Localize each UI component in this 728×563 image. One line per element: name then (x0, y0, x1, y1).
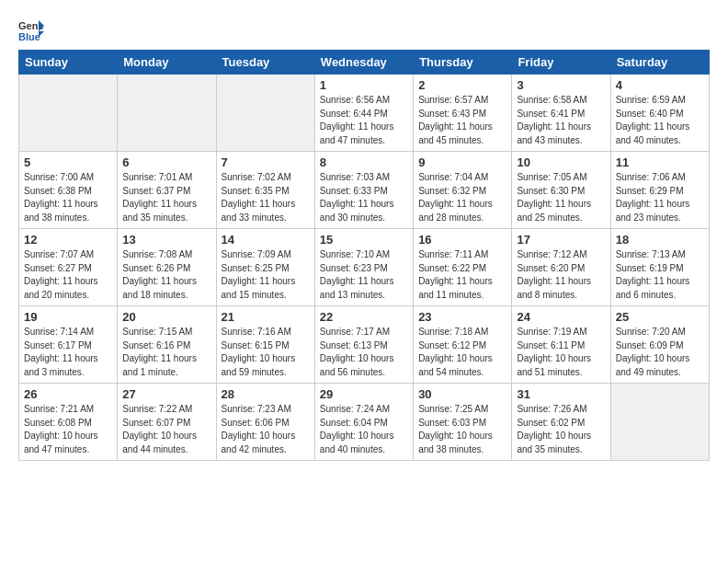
day-info: Sunrise: 7:07 AM Sunset: 6:27 PM Dayligh… (24, 248, 112, 302)
calendar-weekday-wednesday: Wednesday (314, 51, 413, 75)
day-number: 13 (122, 233, 210, 247)
calendar-day-cell (118, 75, 216, 152)
day-info: Sunrise: 7:11 AM Sunset: 6:22 PM Dayligh… (418, 248, 506, 302)
day-number: 29 (320, 387, 408, 401)
day-number: 4 (616, 78, 704, 92)
day-number: 28 (222, 387, 310, 401)
day-info: Sunrise: 6:57 AM Sunset: 6:43 PM Dayligh… (418, 94, 506, 147)
page-container: General Blue SundayMondayTuesdayWednesda… (0, 0, 728, 470)
day-info: Sunrise: 6:56 AM Sunset: 6:44 PM Dayligh… (320, 94, 408, 147)
calendar-table: SundayMondayTuesdayWednesdayThursdayFrid… (18, 50, 710, 461)
calendar-day-cell: 28Sunrise: 7:23 AM Sunset: 6:06 PM Dayli… (216, 384, 314, 461)
calendar-week-row: 5Sunrise: 7:00 AM Sunset: 6:38 PM Daylig… (19, 152, 710, 229)
calendar-day-cell: 11Sunrise: 7:06 AM Sunset: 6:29 PM Dayli… (610, 152, 709, 229)
day-number: 5 (24, 155, 112, 169)
calendar-day-cell: 4Sunrise: 6:59 AM Sunset: 6:40 PM Daylig… (610, 75, 709, 152)
day-info: Sunrise: 7:23 AM Sunset: 6:06 PM Dayligh… (222, 403, 310, 456)
calendar-day-cell: 26Sunrise: 7:21 AM Sunset: 6:08 PM Dayli… (19, 384, 118, 461)
calendar-day-cell: 5Sunrise: 7:00 AM Sunset: 6:38 PM Daylig… (19, 152, 118, 229)
calendar-day-cell: 9Sunrise: 7:04 AM Sunset: 6:32 PM Daylig… (414, 152, 512, 229)
calendar-weekday-saturday: Saturday (610, 51, 709, 75)
calendar-day-cell: 3Sunrise: 6:58 AM Sunset: 6:41 PM Daylig… (512, 75, 610, 152)
day-info: Sunrise: 7:22 AM Sunset: 6:07 PM Dayligh… (122, 403, 210, 456)
day-info: Sunrise: 7:21 AM Sunset: 6:08 PM Dayligh… (24, 403, 112, 456)
calendar-day-cell: 19Sunrise: 7:14 AM Sunset: 6:17 PM Dayli… (19, 306, 118, 384)
day-info: Sunrise: 7:10 AM Sunset: 6:23 PM Dayligh… (320, 248, 408, 302)
calendar-day-cell: 27Sunrise: 7:22 AM Sunset: 6:07 PM Dayli… (118, 384, 216, 461)
day-number: 3 (517, 78, 605, 92)
day-number: 25 (616, 310, 704, 324)
calendar-day-cell (19, 75, 118, 152)
calendar-day-cell: 25Sunrise: 7:20 AM Sunset: 6:09 PM Dayli… (610, 306, 709, 384)
day-info: Sunrise: 7:19 AM Sunset: 6:11 PM Dayligh… (517, 326, 605, 379)
day-number: 7 (222, 155, 310, 169)
calendar-weekday-sunday: Sunday (19, 51, 118, 75)
day-info: Sunrise: 7:12 AM Sunset: 6:20 PM Dayligh… (517, 248, 605, 302)
day-number: 2 (418, 78, 506, 92)
header: General Blue (18, 17, 710, 42)
calendar-day-cell: 22Sunrise: 7:17 AM Sunset: 6:13 PM Dayli… (314, 306, 413, 384)
calendar-day-cell: 2Sunrise: 6:57 AM Sunset: 6:43 PM Daylig… (414, 75, 512, 152)
day-info: Sunrise: 7:02 AM Sunset: 6:35 PM Dayligh… (222, 171, 310, 224)
day-number: 1 (320, 78, 408, 92)
calendar-day-cell: 1Sunrise: 6:56 AM Sunset: 6:44 PM Daylig… (314, 75, 413, 152)
day-info: Sunrise: 7:04 AM Sunset: 6:32 PM Dayligh… (418, 171, 506, 224)
day-number: 26 (24, 387, 112, 401)
calendar-day-cell: 20Sunrise: 7:15 AM Sunset: 6:16 PM Dayli… (118, 306, 216, 384)
day-number: 8 (320, 155, 408, 169)
day-info: Sunrise: 7:08 AM Sunset: 6:26 PM Dayligh… (122, 248, 210, 302)
calendar-day-cell: 30Sunrise: 7:25 AM Sunset: 6:03 PM Dayli… (414, 384, 512, 461)
day-info: Sunrise: 7:14 AM Sunset: 6:17 PM Dayligh… (24, 326, 112, 379)
day-info: Sunrise: 7:17 AM Sunset: 6:13 PM Dayligh… (320, 326, 408, 379)
day-number: 16 (418, 233, 506, 247)
day-number: 12 (24, 233, 112, 247)
calendar-day-cell: 21Sunrise: 7:16 AM Sunset: 6:15 PM Dayli… (216, 306, 314, 384)
calendar-day-cell (610, 384, 709, 461)
calendar-weekday-tuesday: Tuesday (216, 51, 314, 75)
day-info: Sunrise: 7:20 AM Sunset: 6:09 PM Dayligh… (616, 326, 704, 379)
day-number: 14 (222, 233, 310, 247)
day-number: 22 (320, 310, 408, 324)
day-number: 15 (320, 233, 408, 247)
day-number: 6 (122, 155, 210, 169)
calendar-day-cell: 8Sunrise: 7:03 AM Sunset: 6:33 PM Daylig… (314, 152, 413, 229)
day-number: 23 (418, 310, 506, 324)
calendar-weekday-monday: Monday (118, 51, 216, 75)
calendar-day-cell: 31Sunrise: 7:26 AM Sunset: 6:02 PM Dayli… (512, 384, 610, 461)
logo-icon: General Blue (18, 17, 44, 42)
day-info: Sunrise: 7:13 AM Sunset: 6:19 PM Dayligh… (616, 248, 704, 302)
day-info: Sunrise: 7:15 AM Sunset: 6:16 PM Dayligh… (122, 326, 210, 379)
day-number: 17 (517, 233, 605, 247)
day-info: Sunrise: 7:01 AM Sunset: 6:37 PM Dayligh… (122, 171, 210, 224)
calendar-week-row: 26Sunrise: 7:21 AM Sunset: 6:08 PM Dayli… (19, 384, 710, 461)
calendar-week-row: 12Sunrise: 7:07 AM Sunset: 6:27 PM Dayli… (19, 229, 710, 306)
calendar-day-cell: 14Sunrise: 7:09 AM Sunset: 6:25 PM Dayli… (216, 229, 314, 306)
svg-text:Blue: Blue (18, 31, 40, 42)
calendar-weekday-friday: Friday (512, 51, 610, 75)
day-info: Sunrise: 7:03 AM Sunset: 6:33 PM Dayligh… (320, 171, 408, 224)
day-info: Sunrise: 7:00 AM Sunset: 6:38 PM Dayligh… (24, 171, 112, 224)
day-info: Sunrise: 7:18 AM Sunset: 6:12 PM Dayligh… (418, 326, 506, 379)
day-info: Sunrise: 6:59 AM Sunset: 6:40 PM Dayligh… (616, 94, 704, 147)
calendar-day-cell: 6Sunrise: 7:01 AM Sunset: 6:37 PM Daylig… (118, 152, 216, 229)
calendar-week-row: 19Sunrise: 7:14 AM Sunset: 6:17 PM Dayli… (19, 306, 710, 384)
day-number: 21 (222, 310, 310, 324)
day-number: 10 (517, 155, 605, 169)
day-info: Sunrise: 7:25 AM Sunset: 6:03 PM Dayligh… (418, 403, 506, 456)
day-info: Sunrise: 7:26 AM Sunset: 6:02 PM Dayligh… (517, 403, 605, 456)
calendar-day-cell: 23Sunrise: 7:18 AM Sunset: 6:12 PM Dayli… (414, 306, 512, 384)
calendar-day-cell: 24Sunrise: 7:19 AM Sunset: 6:11 PM Dayli… (512, 306, 610, 384)
logo: General Blue (18, 17, 48, 42)
calendar-weekday-thursday: Thursday (414, 51, 512, 75)
day-number: 24 (517, 310, 605, 324)
calendar-day-cell: 10Sunrise: 7:05 AM Sunset: 6:30 PM Dayli… (512, 152, 610, 229)
day-number: 19 (24, 310, 112, 324)
calendar-week-row: 1Sunrise: 6:56 AM Sunset: 6:44 PM Daylig… (19, 75, 710, 152)
calendar-header-row: SundayMondayTuesdayWednesdayThursdayFrid… (19, 51, 710, 75)
day-info: Sunrise: 7:24 AM Sunset: 6:04 PM Dayligh… (320, 403, 408, 456)
calendar-day-cell: 16Sunrise: 7:11 AM Sunset: 6:22 PM Dayli… (414, 229, 512, 306)
day-number: 27 (122, 387, 210, 401)
day-number: 11 (616, 155, 704, 169)
day-number: 20 (122, 310, 210, 324)
day-number: 9 (418, 155, 506, 169)
